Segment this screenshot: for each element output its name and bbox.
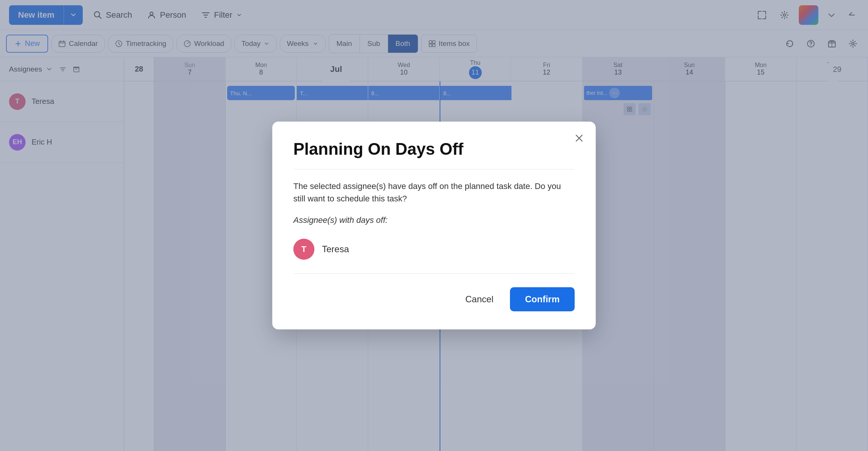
modal-close-button[interactable] <box>572 131 587 146</box>
modal-dialog: Planning On Days Off The selected assign… <box>272 122 596 329</box>
cancel-button[interactable]: Cancel <box>455 288 504 311</box>
modal-assignee-item-teresa: T Teresa <box>293 233 575 266</box>
modal-body-text: The selected assignee(s) have days off o… <box>293 180 575 205</box>
modal-actions: Cancel Confirm <box>293 287 575 311</box>
modal-title: Planning On Days Off <box>293 140 575 158</box>
modal-avatar-teresa: T <box>293 239 314 260</box>
modal-assignees-label: Assignee(s) with days off: <box>293 215 575 225</box>
modal-assignee-name-teresa: Teresa <box>322 244 349 254</box>
modal-top-divider <box>293 169 575 169</box>
confirm-button[interactable]: Confirm <box>510 287 575 311</box>
modal-overlay: Planning On Days Off The selected assign… <box>0 0 868 451</box>
close-icon <box>574 133 584 143</box>
modal-footer-divider <box>293 273 575 274</box>
